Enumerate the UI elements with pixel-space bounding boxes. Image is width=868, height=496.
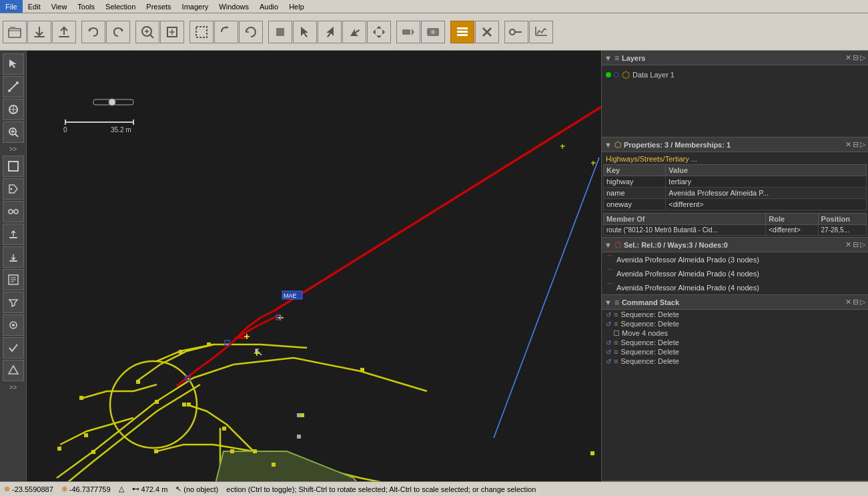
- props-collapse-icon[interactable]: ▼: [604, 141, 612, 149]
- track-button[interactable]: [504, 21, 528, 43]
- sel-road-icon-0: ⌒: [606, 254, 614, 265]
- cmd-collapse-icon[interactable]: ▼: [604, 298, 612, 306]
- svg-rect-3: [59, 36, 69, 37]
- download-button[interactable]: [27, 21, 51, 43]
- svg-point-14: [510, 29, 515, 35]
- props-close-btn[interactable]: ✕: [845, 140, 851, 149]
- svg-rect-54: [253, 449, 257, 453]
- audio1-button[interactable]: [396, 21, 420, 43]
- menu-file[interactable]: File: [0, 0, 23, 13]
- sel-item-0[interactable]: ⌒ Avenida Professor Almeida Prado (3 nod…: [602, 252, 868, 266]
- props-panel-icon: ⬡: [614, 140, 621, 150]
- cmd-item-3[interactable]: ↺ ≡ Sequence: Delete: [602, 338, 868, 347]
- svg-rect-2: [34, 36, 45, 37]
- menu-view[interactable]: View: [46, 0, 73, 13]
- select2-tool-button[interactable]: [318, 21, 342, 43]
- more-tools-2[interactable]: >>: [8, 383, 19, 393]
- map-canvas[interactable]: MAE 0 35.2 m ↖: [27, 51, 601, 481]
- zoom-selection-button[interactable]: [160, 21, 184, 43]
- sel-item-2[interactable]: ⌒ Avenida Professor Almeida Prado (4 nod…: [602, 280, 868, 294]
- layer-name[interactable]: Data Layer 1: [632, 71, 675, 79]
- refresh-button[interactable]: [239, 21, 263, 43]
- cmd-detach-btn[interactable]: ⊟: [853, 298, 859, 306]
- zoom-sidebar[interactable]: [3, 121, 24, 143]
- select-tool-button[interactable]: [293, 21, 317, 43]
- open-button[interactable]: [3, 21, 27, 43]
- layers-expand-btn[interactable]: ▷: [860, 53, 865, 62]
- menu-edit[interactable]: Edit: [23, 0, 46, 13]
- menu-audio[interactable]: Audio: [254, 0, 284, 13]
- menu-presets[interactable]: Presets: [141, 0, 176, 13]
- select-area-button[interactable]: [189, 21, 213, 43]
- layers-collapse-icon[interactable]: ▼: [604, 54, 612, 62]
- select-tool-sidebar[interactable]: [3, 53, 24, 75]
- cmd-item-2[interactable]: ↺ Move 4 nodes: [602, 328, 868, 338]
- sel-collapse-icon[interactable]: ▼: [604, 241, 612, 249]
- layers-detach-btn[interactable]: ⊟: [853, 53, 859, 62]
- cmd-item-0[interactable]: ↺ ≡ Sequence: Delete: [602, 310, 868, 319]
- status-distance: ⊷ 472.4 m: [132, 485, 168, 493]
- sel-detach-btn[interactable]: ⊟: [853, 240, 859, 249]
- props-expand-btn[interactable]: ▷: [860, 140, 865, 149]
- menu-tools[interactable]: Tools: [72, 0, 100, 13]
- properties-title: Properties: 3 / Memberships: 1: [624, 141, 843, 149]
- svg-rect-55: [272, 463, 276, 467]
- sel-expand-btn[interactable]: ▷: [860, 240, 865, 249]
- select3-tool-button[interactable]: [342, 21, 366, 43]
- delete-button[interactable]: [475, 21, 499, 43]
- menu-selection[interactable]: Selection: [100, 0, 141, 13]
- layers-close-btn[interactable]: ✕: [845, 53, 851, 62]
- tag-tool-sidebar[interactable]: [3, 178, 24, 200]
- member-row-0[interactable]: route ("8012-10 Metrô Butantã - Cid... <…: [604, 225, 867, 236]
- right-panel: ▼ ≡ Layers ✕ ⊟ ▷ ⬡ Data Layer 1: [601, 51, 868, 481]
- chart-button[interactable]: [529, 21, 553, 43]
- menu-help[interactable]: Help: [284, 0, 310, 13]
- cmd-item-4[interactable]: ↺ ≡ Sequence: Delete: [602, 347, 868, 356]
- paint-tool-sidebar[interactable]: [3, 314, 24, 336]
- audio2-button[interactable]: [421, 21, 445, 43]
- svg-rect-6: [196, 27, 207, 37]
- stop-button[interactable]: [268, 21, 292, 43]
- upload-button[interactable]: [52, 21, 76, 43]
- cmd-item-5[interactable]: ↺ ≡ Sequence: Delete: [602, 356, 868, 366]
- status-lat: ⊕ -23.5590887: [4, 485, 53, 493]
- history-tool-sidebar[interactable]: [3, 269, 24, 290]
- prop-row-oneway[interactable]: oneway <different>: [604, 199, 867, 210]
- prop-row-name[interactable]: name Avenida Professor Almeida P...: [604, 188, 867, 199]
- redo-button[interactable]: [106, 21, 130, 43]
- cmd-close-btn[interactable]: ✕: [845, 298, 851, 306]
- sel-value: (no object): [183, 485, 218, 493]
- node-tool-sidebar[interactable]: [3, 99, 24, 120]
- line-tool-sidebar[interactable]: [3, 76, 24, 97]
- svg-text:MAE: MAE: [284, 292, 297, 299]
- sel-item-1[interactable]: ⌒ Avenida Professor Almeida Prado (4 nod…: [602, 266, 868, 280]
- filter-tool-sidebar[interactable]: [3, 292, 24, 313]
- cmd-expand-btn[interactable]: ▷: [860, 298, 865, 306]
- menu-windows[interactable]: Windows: [213, 0, 254, 13]
- sel-close-btn[interactable]: ✕: [845, 240, 851, 249]
- hint-text: ection (Ctrl to toggle); Shift-Ctrl to r…: [226, 485, 536, 493]
- pan-button[interactable]: [367, 21, 391, 43]
- zoom-extent-button[interactable]: [135, 21, 159, 43]
- highlight-button[interactable]: [450, 21, 474, 43]
- rotate-button[interactable]: [214, 21, 238, 43]
- svg-rect-52: [154, 449, 158, 453]
- undo-button[interactable]: [81, 21, 105, 43]
- relation-tool-sidebar[interactable]: [3, 201, 24, 222]
- highway-type-label[interactable]: Highways/Streets/Tertiary ...: [603, 154, 867, 164]
- cmd-item-1[interactable]: ↺ ≡ Sequence: Delete: [602, 319, 868, 328]
- cmd-seq-icon-5: ≡: [614, 357, 618, 365]
- download-tool-sidebar[interactable]: [3, 246, 24, 268]
- props-detach-btn[interactable]: ⊟: [853, 140, 859, 149]
- menu-imagery[interactable]: Imagery: [177, 0, 214, 13]
- check-tool-sidebar[interactable]: [3, 337, 24, 358]
- upload-tool-sidebar[interactable]: [3, 224, 24, 245]
- distance-icon: ⊷: [132, 485, 139, 493]
- area-tool-sidebar[interactable]: [3, 156, 24, 177]
- shape-tool-sidebar[interactable]: [3, 360, 24, 381]
- cmd-seq-icon-4: ≡: [614, 348, 618, 356]
- svg-rect-53: [230, 449, 234, 453]
- more-tools-1[interactable]: >>: [8, 144, 19, 154]
- prop-row-highway[interactable]: highway tertiary: [604, 176, 867, 188]
- selection-content: ⌒ Avenida Professor Almeida Prado (3 nod…: [602, 252, 868, 294]
